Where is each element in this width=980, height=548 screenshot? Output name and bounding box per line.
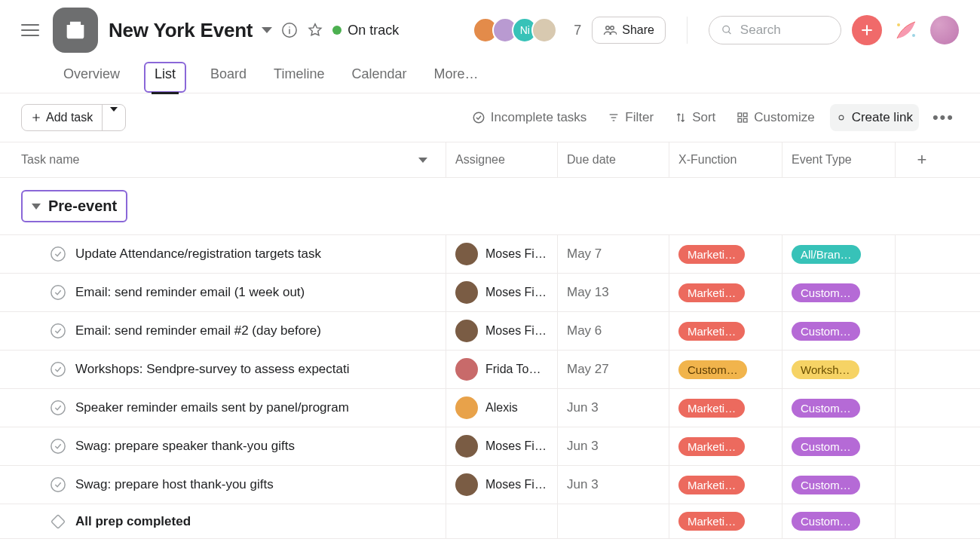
x-function-cell[interactable]: Marketi…: [669, 312, 782, 350]
column-x-function[interactable]: X-Function: [669, 142, 782, 177]
milestone-icon[interactable]: [46, 510, 69, 533]
complete-checkbox[interactable]: [50, 361, 66, 378]
event-type-tag: Custom…: [792, 512, 860, 531]
event-type-cell[interactable]: Custom…: [782, 466, 896, 504]
assignee-avatar: [455, 243, 478, 265]
status-pill[interactable]: On track: [332, 23, 399, 38]
svg-point-3: [606, 26, 610, 30]
x-function-cell[interactable]: Marketi…: [669, 389, 782, 427]
star-icon[interactable]: [307, 22, 323, 38]
due-date-cell[interactable]: May 27: [558, 351, 669, 388]
event-type-cell[interactable]: All/Bran…: [782, 235, 896, 273]
section-collapse-chevron-icon[interactable]: [32, 204, 41, 210]
assignee-cell[interactable]: Moses Fidel: [446, 312, 558, 350]
more-actions-button[interactable]: •••: [928, 108, 959, 127]
assignee-cell[interactable]: Moses Fidel: [446, 427, 558, 465]
task-row[interactable]: Workshops: Sendpre-survey to assess expe…: [0, 351, 980, 389]
column-due-date[interactable]: Due date: [558, 142, 669, 177]
complete-checkbox[interactable]: [50, 246, 66, 262]
complete-checkbox[interactable]: [50, 400, 66, 416]
project-dropdown-chevron-icon[interactable]: [262, 27, 272, 33]
svg-point-21: [839, 115, 844, 120]
x-function-tag: Marketi…: [678, 245, 745, 264]
column-assignee[interactable]: Assignee: [446, 142, 558, 177]
assignee-cell[interactable]: Alexis: [446, 389, 558, 427]
section-header[interactable]: Pre-event: [0, 178, 980, 235]
create-link-button[interactable]: Create link: [830, 104, 919, 131]
assignee-cell[interactable]: [446, 504, 558, 538]
due-date-cell[interactable]: Jun 3: [558, 427, 669, 465]
due-date-cell[interactable]: Jun 3: [558, 389, 669, 427]
svg-rect-18: [744, 113, 748, 117]
complete-checkbox[interactable]: [50, 476, 66, 493]
column-event-type[interactable]: Event Type: [782, 142, 896, 177]
tab-board[interactable]: Board: [207, 62, 250, 93]
share-button[interactable]: Share: [592, 17, 666, 44]
svg-line-6: [728, 32, 730, 34]
event-type-cell[interactable]: Custom…: [782, 274, 896, 311]
task-row[interactable]: All prep completedMarketi…Custom…: [0, 504, 980, 539]
filter-icon: [608, 112, 620, 124]
x-function-cell[interactable]: Marketi…: [669, 235, 782, 273]
trailing-cell: [896, 274, 948, 311]
add-task-split-button[interactable]: Add task: [21, 104, 126, 131]
due-date-cell[interactable]: [558, 504, 669, 538]
due-date-cell[interactable]: May 6: [558, 312, 669, 350]
member-avatar[interactable]: [531, 17, 557, 43]
assignee-avatar: [455, 396, 478, 419]
add-column-button[interactable]: +: [905, 150, 939, 170]
menu-hamburger-icon[interactable]: [21, 20, 42, 41]
column-task-name[interactable]: Task name: [21, 153, 79, 167]
customize-button[interactable]: Customize: [730, 104, 820, 131]
status-dot-icon: [332, 26, 341, 35]
task-row[interactable]: Swag: prepare speaker thank-you giftsMos…: [0, 427, 980, 466]
assignee-cell[interactable]: Moses Fidel: [446, 274, 558, 311]
complete-checkbox[interactable]: [50, 284, 66, 301]
filter-button[interactable]: Filter: [602, 104, 660, 131]
add-task-dropdown[interactable]: [102, 105, 125, 130]
x-function-cell[interactable]: Marketi…: [669, 427, 782, 465]
column-sort-chevron-icon[interactable]: [418, 158, 427, 163]
event-type-cell[interactable]: Custom…: [782, 427, 896, 465]
x-function-cell[interactable]: Marketi…: [669, 274, 782, 311]
due-date-cell[interactable]: Jun 3: [558, 466, 669, 504]
complete-checkbox[interactable]: [50, 438, 66, 455]
x-function-cell[interactable]: Marketi…: [669, 466, 782, 504]
assignee-cell[interactable]: Frida Toms…: [446, 351, 558, 388]
event-type-cell[interactable]: Worksh…: [782, 351, 896, 388]
task-row[interactable]: Swag: prepare host thank-you giftsMoses …: [0, 466, 980, 504]
x-function-cell[interactable]: Custom…: [669, 351, 782, 388]
due-date-cell[interactable]: May 13: [558, 274, 669, 311]
task-row[interactable]: Email: send reminder email #2 (day befor…: [0, 312, 980, 351]
tab-calendar[interactable]: Calendar: [348, 62, 409, 93]
event-type-cell[interactable]: Custom…: [782, 389, 896, 427]
tab-timeline[interactable]: Timeline: [271, 62, 327, 93]
complete-checkbox[interactable]: [50, 323, 66, 339]
task-row[interactable]: Email: send reminder email (1 week out)M…: [0, 274, 980, 312]
sort-button[interactable]: Sort: [669, 104, 721, 131]
current-user-avatar[interactable]: [930, 16, 959, 44]
search-field[interactable]: [709, 16, 841, 44]
task-row[interactable]: Speaker reminder emails sent by panel/pr…: [0, 389, 980, 427]
incomplete-tasks-button[interactable]: Incomplete tasks: [466, 104, 593, 131]
due-date-cell[interactable]: May 7: [558, 235, 669, 273]
tab-overview[interactable]: Overview: [60, 62, 123, 93]
x-function-cell[interactable]: Marketi…: [669, 504, 782, 538]
tab-list[interactable]: List: [152, 62, 179, 94]
plus-icon: [31, 112, 41, 123]
assignee-cell[interactable]: Moses Fidel: [446, 466, 558, 504]
member-avatars[interactable]: Ni: [473, 17, 557, 43]
assignee-cell[interactable]: Moses Fidel: [446, 235, 558, 273]
event-type-cell[interactable]: Custom…: [782, 504, 896, 538]
task-name: Update Attendance/registration targets t…: [75, 246, 321, 262]
global-add-button[interactable]: [852, 15, 882, 45]
tab-more[interactable]: More…: [430, 62, 481, 93]
add-task-inline[interactable]: Add task…: [0, 539, 980, 548]
event-type-cell[interactable]: Custom…: [782, 312, 896, 350]
add-task-button[interactable]: Add task: [22, 105, 102, 130]
search-input[interactable]: [740, 23, 828, 38]
chevron-down-icon: [110, 107, 118, 124]
member-count: 7: [574, 23, 581, 38]
task-row[interactable]: Update Attendance/registration targets t…: [0, 235, 980, 274]
info-icon[interactable]: [281, 22, 298, 38]
